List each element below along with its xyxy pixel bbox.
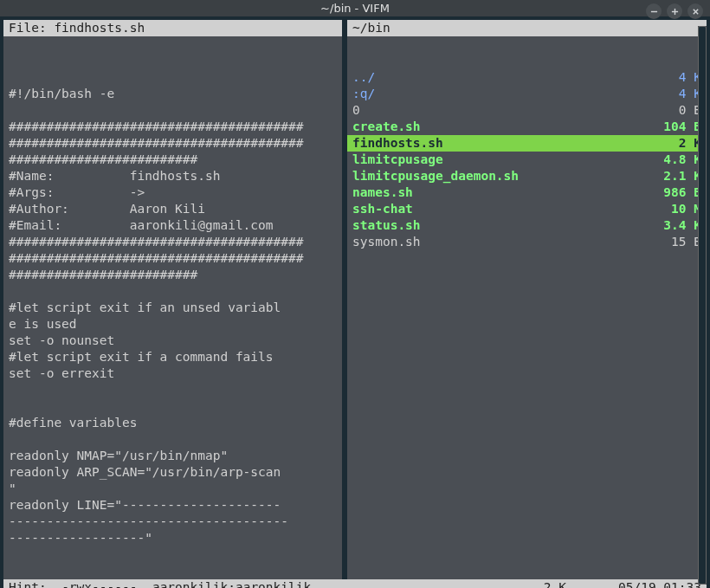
titlebar[interactable]: ~/bin - VIFM [0,0,710,16]
status-spacer [311,579,544,588]
status-bar: Hint: -rwx------ aaronkilik:aaronkilik 2… [3,579,707,588]
file-name: findhosts.sh [352,135,672,152]
file-row[interactable]: :q/4 K [352,86,701,102]
file-name: sysmon.sh [352,234,664,250]
right-pane-title: ~/bin [347,20,707,36]
file-size: 2 K [672,135,701,152]
file-name: limitcpusage_daemon.sh [352,168,656,184]
file-name: ../ [352,69,672,86]
scrollbar-track[interactable] [698,26,707,585]
right-pane[interactable]: ~/bin ../4 K:q/4 K00 Bcreate.sh104 Bfind… [347,20,707,579]
panes: File: findhosts.sh #!/bin/bash -e ######… [3,20,707,579]
file-name: limitcpusage [352,152,656,168]
file-size: 104 B [656,119,701,135]
client-area: File: findhosts.sh #!/bin/bash -e ######… [0,16,710,588]
window-title: ~/bin - VIFM [320,0,390,16]
file-row[interactable]: limitcpusage4.8 K [352,152,701,168]
file-row[interactable]: create.sh104 B [352,119,701,135]
scrollbar-thumb[interactable] [698,26,707,585]
file-list: ../4 K:q/4 K00 Bcreate.sh104 Bfindhosts.… [352,69,701,250]
file-size: 986 B [656,184,701,201]
close-button[interactable] [687,3,703,19]
file-row[interactable]: findhosts.sh2 K [347,135,707,152]
file-name: status.sh [352,217,656,234]
left-pane-title: File: findhosts.sh [3,20,342,36]
status-owner: aaronkilik:aaronkilik [152,580,311,588]
file-size: 10 M [664,201,701,217]
file-size: 0 B [672,102,701,119]
right-pane-body[interactable]: ../4 K:q/4 K00 Bcreate.sh104 Bfindhosts.… [347,36,707,579]
file-row[interactable]: status.sh3.4 K [352,217,701,234]
minimize-button[interactable] [646,3,662,19]
file-row[interactable]: limitcpusage_daemon.sh2.1 K [352,168,701,184]
maximize-button[interactable] [667,3,682,19]
file-name: names.sh [352,184,656,201]
app-window: ~/bin - VIFM File: findhosts.sh #!/bin/b… [0,0,710,588]
file-row[interactable]: 00 B [352,102,701,119]
hint-label: Hint: [9,580,47,588]
file-row[interactable]: sysmon.sh15 B [352,234,701,250]
file-row[interactable]: ssh-chat10 M [352,201,701,217]
file-size: 15 B [664,234,701,250]
file-size: 2.1 K [656,168,701,184]
file-name: 0 [352,102,672,119]
file-size: 4.8 K [656,152,701,168]
file-row[interactable]: ../4 K [352,69,701,86]
file-row[interactable]: names.sh986 B [352,184,701,201]
status-perms: -rwx------ [61,580,137,588]
file-size: 4 K [672,69,701,86]
file-preview: #!/bin/bash -e #########################… [9,69,337,546]
file-size: 4 K [672,86,701,102]
window-controls [646,3,703,19]
left-pane[interactable]: File: findhosts.sh #!/bin/bash -e ######… [3,20,342,579]
left-pane-body[interactable]: #!/bin/bash -e #########################… [3,36,342,579]
file-size: 3.4 K [656,217,701,234]
status-left: Hint: -rwx------ aaronkilik:aaronkilik [9,579,311,588]
file-name: ssh-chat [352,201,664,217]
file-name: :q/ [352,86,672,102]
status-datetime: 05/19 01:33 [618,579,701,588]
status-size: 2 K [544,579,618,588]
file-name: create.sh [352,119,656,135]
